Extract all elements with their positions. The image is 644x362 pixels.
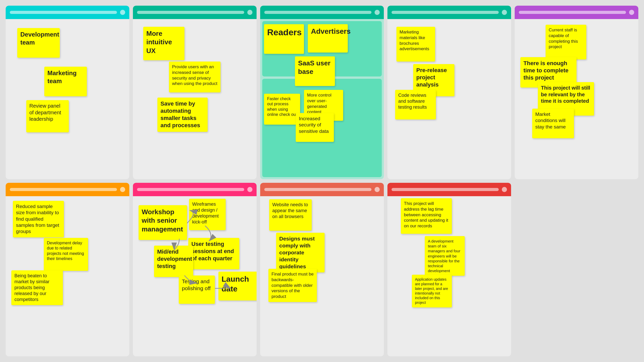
note-2-1[interactable]: Advertisers: [308, 24, 348, 53]
header-bar: [264, 11, 371, 14]
note-2-0[interactable]: Readers: [264, 24, 304, 54]
column-header-6: [133, 183, 257, 196]
header-bar: [137, 188, 244, 191]
header-bar: [392, 188, 499, 191]
header-dot: [247, 10, 252, 15]
header-dot: [502, 187, 507, 192]
note-1-1[interactable]: Provide users with an increased sense of…: [169, 62, 221, 92]
note-0-1[interactable]: Marketing team: [44, 67, 87, 96]
note-2-2[interactable]: SaaS user base: [295, 56, 335, 86]
column-1: More intuitive UXProvide users with an i…: [133, 6, 257, 179]
header-dot: [120, 10, 125, 15]
note-6-1[interactable]: Wireframes and design / development kick…: [189, 199, 226, 230]
column-body-1: More intuitive UXProvide users with an i…: [133, 19, 257, 179]
note-0-2[interactable]: Review panel of department leadership: [26, 100, 69, 132]
column-header-1: [133, 6, 257, 19]
column-header-5: [6, 183, 129, 196]
header-dot: [120, 187, 125, 192]
header-bar: [519, 11, 626, 14]
header-dot: [375, 10, 380, 15]
header-bar: [10, 188, 117, 191]
column-5: Reduced sample size from inability to fi…: [6, 183, 129, 356]
header-dot: [375, 187, 380, 192]
note-6-4[interactable]: Testing and polishing off: [179, 275, 215, 304]
note-3-0[interactable]: Marketing materials like brochures adver…: [396, 27, 435, 62]
column-8: This project will address the lag time b…: [387, 183, 511, 356]
column-0: Development teamMarketing teamReview pan…: [6, 6, 129, 179]
column-header-3: [387, 6, 511, 19]
note-5-1[interactable]: Development delay due to related project…: [44, 238, 88, 271]
header-dot: [502, 10, 507, 15]
column-body-6: Workshop with senior managementWireframe…: [133, 196, 257, 356]
note-6-2[interactable]: User testing sessions at end of each qua…: [188, 238, 239, 269]
note-1-2[interactable]: Save time by automating smaller tasks an…: [157, 98, 208, 132]
column-2: ReadersAdvertisersSaaS user baseFaster c…: [260, 6, 384, 179]
note-7-2[interactable]: Final product must be backwards-compatib…: [268, 269, 317, 302]
note-8-2[interactable]: Application updates are planned for a la…: [412, 275, 452, 307]
kanban-board: Development teamMarketing teamReview pan…: [0, 0, 644, 362]
note-4-0[interactable]: Current staff is capable of completing t…: [546, 25, 586, 59]
note-4-3[interactable]: Market conditions will stay the same: [532, 109, 574, 138]
column-header-2: [260, 6, 384, 19]
column-3: Marketing materials like brochures adver…: [387, 6, 511, 179]
header-dot: [629, 10, 634, 15]
column-header-0: [6, 6, 129, 19]
note-1-0[interactable]: More intuitive UX: [143, 27, 184, 60]
note-6-3[interactable]: Mid/end development testing: [154, 246, 193, 277]
column-6: Workshop with senior managementWireframe…: [133, 183, 257, 356]
note-0-0[interactable]: Development team: [17, 28, 60, 58]
column-body-2: ReadersAdvertisersSaaS user baseFaster c…: [260, 19, 384, 179]
column-4: Current staff is capable of completing t…: [515, 6, 638, 179]
column-body-7: Website needs to appear the same on all …: [260, 196, 384, 356]
header-bar: [264, 188, 371, 191]
note-7-0[interactable]: Website needs to appear the same on all …: [269, 199, 312, 231]
note-2-5[interactable]: Increased security of sensitive data: [296, 113, 334, 142]
note-8-1[interactable]: A development team of six managers and f…: [425, 236, 465, 276]
column-body-3: Marketing materials like brochures adver…: [387, 19, 511, 179]
header-bar: [137, 11, 244, 14]
note-6-0[interactable]: Workshop with senior management: [139, 205, 187, 240]
column-header-8: [387, 183, 511, 196]
note-5-2[interactable]: Being beaten to market by similar produc…: [11, 270, 63, 305]
note-7-1[interactable]: Designs must comply with corporate ident…: [276, 233, 325, 272]
note-6-5[interactable]: Launch date: [218, 272, 257, 300]
column-body-0: Development teamMarketing teamReview pan…: [6, 19, 129, 179]
note-3-2[interactable]: Code reviews and software testing result…: [395, 90, 436, 119]
note-8-0[interactable]: This project will address the lag time b…: [401, 198, 452, 234]
column-header-7: [260, 183, 384, 196]
note-2-3[interactable]: Faster check out process when using onli…: [264, 94, 300, 125]
header-dot: [247, 187, 252, 192]
header-bar: [10, 11, 117, 14]
note-5-0[interactable]: Reduced sample size from inability to fi…: [13, 201, 64, 237]
column-body-5: Reduced sample size from inability to fi…: [6, 196, 129, 356]
column-body-4: Current staff is capable of completing t…: [515, 19, 638, 179]
header-bar: [392, 11, 499, 14]
column-7: Website needs to appear the same on all …: [260, 183, 384, 356]
column-body-8: This project will address the lag time b…: [387, 196, 511, 356]
column-header-4: [515, 6, 638, 19]
